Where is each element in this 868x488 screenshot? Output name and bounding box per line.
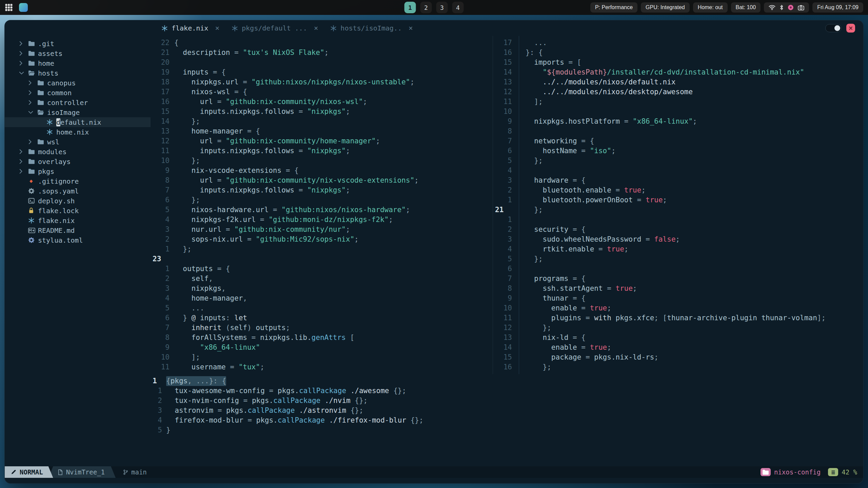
code-line[interactable]: 6 } @ inputs: let: [151, 313, 493, 323]
tab-pkgs-default-[interactable]: pkgs/default ...×: [227, 20, 323, 36]
code-line[interactable]: 2 security = {: [493, 225, 863, 235]
code-line[interactable]: 12 url = "github:nix-community/home-mana…: [151, 136, 493, 146]
code-line[interactable]: 3 nur.url = "github:nix-community/nur";: [151, 225, 493, 235]
code-line[interactable]: 4 rtkit.enable = true;: [493, 244, 863, 254]
code-line[interactable]: 9 nix-vscode-extensions = {: [151, 166, 493, 176]
code-line[interactable]: 4 firefox-mod-blur = pkgs.callPackage ./…: [151, 415, 863, 425]
tree-item-canopus[interactable]: canopus: [5, 78, 151, 88]
code-line[interactable]: 8 forAllSystems = nixpkgs.lib.genAttrs [: [151, 333, 493, 343]
code-line[interactable]: 4 home-manager,: [151, 293, 493, 303]
code-line[interactable]: 7 programs = {: [493, 274, 863, 284]
code-line[interactable]: 8 ssh.startAgent = true;: [493, 284, 863, 293]
code-line[interactable]: 4: [493, 166, 863, 176]
code-line[interactable]: 16}: {: [493, 48, 863, 58]
code-line[interactable]: 15 inputs.nixpkgs.follows = "nixpkgs";: [151, 107, 493, 117]
tab-close-icon[interactable]: ×: [409, 24, 413, 32]
code-line[interactable]: 3 astronvim = pkgs.callPackage ./astronv…: [151, 406, 863, 415]
code-line[interactable]: 7 inherit (self) outputs;: [151, 323, 493, 333]
code-line[interactable]: 21 };: [493, 205, 863, 215]
tree-item-modules[interactable]: modules: [5, 147, 151, 157]
code-line[interactable]: 10 enable = true;: [493, 303, 863, 313]
status-module-0[interactable]: P: Performance: [590, 2, 637, 13]
clock[interactable]: Fri Aug 09, 17:09: [812, 2, 863, 13]
code-line[interactable]: 4 nixpkgs-f2k.url = "github:moni-dz/nixp…: [151, 215, 493, 225]
tree-item-hosts[interactable]: hosts: [5, 68, 151, 78]
system-tray[interactable]: [764, 2, 809, 13]
code-line[interactable]: 2 bluetooth.enable = true;: [493, 185, 863, 195]
code-line[interactable]: 8 url = "github:nix-community/nix-vscode…: [151, 176, 493, 185]
code-line[interactable]: 3 sudo.wheelNeedsPassword = false;: [493, 235, 863, 244]
code-line[interactable]: 16 url = "github:nix-community/nixos-wsl…: [151, 97, 493, 107]
code-line[interactable]: 5 ...: [151, 303, 493, 313]
code-line[interactable]: 9 "x86_64-linux": [151, 343, 493, 352]
tree-item-.sops.yaml[interactable]: .sops.yaml: [5, 186, 151, 196]
code-line[interactable]: 2 sops-nix.url = "github:Mic92/sops-nix"…: [151, 235, 493, 244]
code-line[interactable]: 2 tux-nvim-config = pkgs.callPackage ./n…: [151, 396, 863, 406]
editor-flake-nix[interactable]: 22{21 description = "tux's NixOS Flake";…: [151, 36, 493, 374]
code-line[interactable]: 1 outputs = {: [151, 264, 493, 274]
code-line[interactable]: 6 hostName = "iso";: [493, 146, 863, 156]
code-line[interactable]: 15 package = pkgs.nix-ld-rs;: [493, 352, 863, 362]
code-line[interactable]: 10: [493, 107, 863, 117]
tree-item-isoImage[interactable]: isoImage: [5, 107, 151, 117]
code-line[interactable]: 6 };: [151, 195, 493, 205]
status-module-2[interactable]: Home: out: [693, 2, 728, 13]
workspace-button-2[interactable]: 2: [420, 2, 432, 13]
code-line[interactable]: 5 nixos-hardware.url = "github:nixos/nix…: [151, 205, 493, 215]
bluetooth-icon[interactable]: [780, 4, 784, 11]
code-line[interactable]: 9 thunar = {: [493, 293, 863, 303]
code-line[interactable]: 17 ...: [493, 38, 863, 48]
code-line[interactable]: 16 };: [493, 362, 863, 372]
tab-close-icon[interactable]: ×: [215, 24, 219, 32]
tree-item-home.nix[interactable]: home.nix: [5, 127, 151, 137]
code-line[interactable]: 19 inputs = {: [151, 67, 493, 77]
tree-item-home[interactable]: home: [5, 58, 151, 68]
tree-item-controller[interactable]: controller: [5, 98, 151, 107]
code-line[interactable]: 1 tux-awesome-wm-config = pkgs.callPacka…: [151, 386, 863, 396]
tab-hosts-isoImag-[interactable]: hosts/isoImag..×: [326, 20, 417, 36]
wifi-icon[interactable]: [769, 5, 775, 10]
tab-flake-nix[interactable]: flake.nix×: [157, 20, 224, 36]
code-line[interactable]: 14 enable = true;: [493, 343, 863, 352]
code-line[interactable]: 12 };: [493, 323, 863, 333]
code-line[interactable]: 3 hardware = {: [493, 176, 863, 185]
code-line[interactable]: 1 };: [151, 244, 493, 254]
code-line[interactable]: 11 plugins = with pkgs.xfce; [thunar-arc…: [493, 313, 863, 323]
workspace-button-4[interactable]: 4: [452, 2, 464, 13]
code-line[interactable]: 5 };: [493, 254, 863, 264]
editor-iso-default-nix[interactable]: 17 ...16}: {15 imports = [14 "${modulesP…: [493, 36, 863, 374]
workspace-button-3[interactable]: 3: [436, 2, 448, 13]
code-line[interactable]: 23: [151, 254, 493, 264]
code-line[interactable]: 8: [493, 126, 863, 136]
code-line[interactable]: 12 ../../modules/nixos/desktop/awesome: [493, 87, 863, 97]
code-line[interactable]: 11 ];: [493, 97, 863, 107]
code-line[interactable]: 17 nixos-wsl = {: [151, 87, 493, 97]
code-line[interactable]: 5}: [151, 425, 863, 435]
tree-item-stylua.toml[interactable]: stylua.toml: [5, 235, 151, 245]
code-line[interactable]: 5 };: [493, 156, 863, 166]
tree-item-wsl[interactable]: wsl: [5, 137, 151, 147]
status-module-1[interactable]: GPU: Integrated: [641, 2, 690, 13]
window-toggle[interactable]: [825, 24, 842, 32]
code-line[interactable]: 22{: [151, 38, 493, 48]
code-line[interactable]: 14 "${modulesPath}/installer/cd-dvd/inst…: [493, 67, 863, 77]
code-line[interactable]: 10 ];: [151, 352, 493, 362]
tab-close-icon[interactable]: ×: [314, 24, 318, 32]
tree-item-README.md[interactable]: README.md: [5, 225, 151, 235]
launcher-icon[interactable]: [5, 3, 13, 12]
code-line[interactable]: 2 self,: [151, 274, 493, 284]
code-line[interactable]: 13 home-manager = {: [151, 126, 493, 136]
code-line[interactable]: 11 inputs.nixpkgs.follows = "nixpkgs";: [151, 146, 493, 156]
tree-item-flake.lock[interactable]: flake.lock: [5, 206, 151, 216]
code-line[interactable]: 7 networking = {: [493, 136, 863, 146]
code-line[interactable]: 11 username = "tux";: [151, 362, 493, 372]
code-line[interactable]: 1 bluetooth.powerOnBoot = true;: [493, 195, 863, 205]
code-line[interactable]: 1{pkgs, ...}: {: [151, 376, 863, 386]
screenshot-icon[interactable]: [798, 5, 804, 11]
code-line[interactable]: 18 nixpkgs.url = "github:nixos/nixpkgs/n…: [151, 77, 493, 87]
tree-item-default.nix[interactable]: default.nix: [5, 117, 151, 127]
tree-item-pkgs[interactable]: pkgs: [5, 166, 151, 176]
focused-app-icon[interactable]: [19, 3, 28, 12]
tree-item-deploy.sh[interactable]: deploy.sh: [5, 196, 151, 206]
code-line[interactable]: 3 nixpkgs,: [151, 284, 493, 293]
